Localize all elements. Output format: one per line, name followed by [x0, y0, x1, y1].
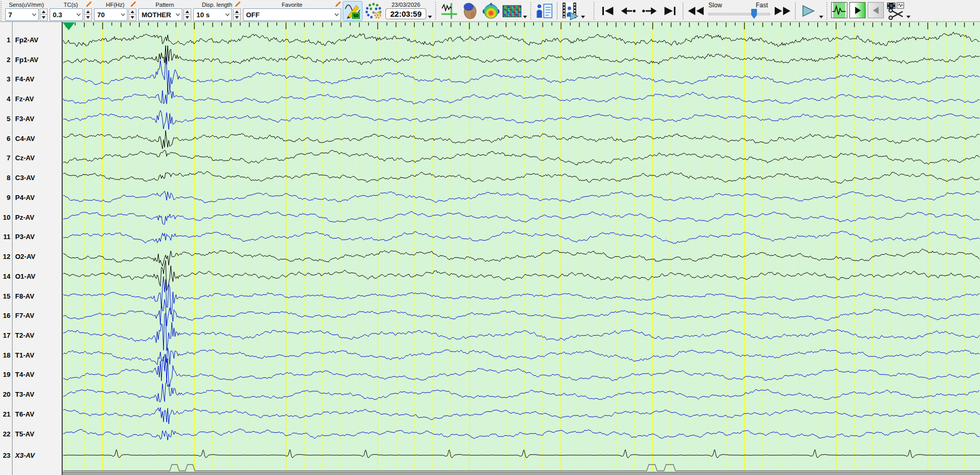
- param-spinner: [233, 8, 241, 21]
- channel-label: P4-AV: [15, 194, 34, 201]
- fast-forward-button[interactable]: [773, 1, 792, 21]
- channel-number: 22: [0, 430, 10, 438]
- notch-50hz-badge: 50: [352, 13, 360, 19]
- waveform-area[interactable]: [63, 22, 980, 475]
- channel-row-X3-AV: 23X3-AV: [0, 452, 62, 459]
- spinner-up-button[interactable]: [233, 8, 241, 15]
- channel-row-F8-AV: 15F8-AV: [0, 292, 62, 300]
- time-display[interactable]: 22:03:59: [386, 8, 426, 19]
- slider-track[interactable]: [708, 13, 770, 15]
- channel-number: 12: [0, 253, 10, 260]
- topo-map-button[interactable]: [481, 1, 501, 21]
- spinner-up-button[interactable]: [183, 8, 191, 15]
- eeg-canvas[interactable]: [63, 22, 980, 475]
- notch-filter-button[interactable]: 50: [343, 1, 363, 21]
- edit-pencil-icon[interactable]: [335, 1, 341, 8]
- patient-info-button[interactable]: [534, 1, 554, 21]
- channel-number: 19: [0, 371, 10, 378]
- channel-number: 14: [0, 272, 10, 280]
- trend-dropdown[interactable]: [523, 16, 527, 18]
- toolbar: Sens(uV/mm)7TC(s)0.3HF(Hz)70PatternMOTHE…: [0, 0, 980, 22]
- channel-label: Fp1-AV: [15, 56, 39, 64]
- edit-pencil-icon[interactable]: [235, 1, 241, 8]
- spinner-up-button[interactable]: [40, 8, 48, 15]
- edit-pencil-icon[interactable]: [86, 1, 92, 8]
- channel-number: 11: [0, 233, 10, 241]
- step-back-button[interactable]: [619, 1, 638, 21]
- channel-label: F8-AV: [15, 292, 34, 300]
- go-last-button[interactable]: [660, 1, 680, 21]
- slider-fast-label: Fast: [756, 2, 768, 9]
- spinner-down-button[interactable]: [129, 15, 136, 21]
- param-spinner: [129, 8, 136, 21]
- param-combobox[interactable]: MOTHER: [138, 8, 182, 21]
- step-forward-icon: [641, 7, 657, 15]
- head-3d-map-button[interactable]: [460, 1, 480, 21]
- spectrogram-trend-button[interactable]: [502, 1, 522, 21]
- channel-label: O2-AV: [15, 253, 36, 260]
- electrode-map-icon: [365, 2, 382, 20]
- channel-number: 2: [0, 56, 10, 64]
- chevron-down-icon: [121, 13, 125, 16]
- param-combobox[interactable]: 10 s: [193, 8, 232, 21]
- spinner-down-button[interactable]: [183, 15, 191, 21]
- go-first-button[interactable]: [598, 1, 617, 21]
- play-button[interactable]: [798, 1, 818, 21]
- channel-number: 7: [0, 154, 10, 162]
- channel-number: 8: [0, 174, 10, 182]
- spinner-up-button[interactable]: [129, 8, 136, 15]
- channel-number: 20: [0, 390, 10, 398]
- horizontal-scrollbar[interactable]: [63, 472, 980, 475]
- param-combobox[interactable]: 70: [94, 8, 127, 21]
- play-backward-button[interactable]: [868, 2, 884, 18]
- channel-label: F7-AV: [15, 312, 34, 319]
- datetime-dropdown[interactable]: [428, 16, 432, 18]
- speed-slider[interactable]: Slow Fast: [707, 1, 771, 21]
- param-spinner: [183, 8, 191, 21]
- channel-label-panel: 55bpm M 1Fp2-AV2Fp1-AV3F4-AV4Fz-AV5F3-AV…: [0, 22, 63, 475]
- channel-row-T6-AV: 21T6-AV: [0, 410, 62, 418]
- go-last-icon: [663, 6, 677, 16]
- param-group-3: PatternMOTHER: [138, 1, 191, 21]
- param-value: 7: [8, 11, 12, 19]
- filtered-wave-button[interactable]: [831, 2, 847, 18]
- channel-row-C4-AV: 6C4-AV: [0, 135, 62, 142]
- channel-row-C3-AV: 8C3-AV: [0, 174, 62, 182]
- param-combobox[interactable]: 0.3: [50, 8, 83, 21]
- montage-settings-button[interactable]: [364, 1, 383, 21]
- rewind-button[interactable]: [686, 1, 706, 21]
- video-dropdown[interactable]: [581, 16, 585, 18]
- step-forward-button[interactable]: [639, 1, 659, 21]
- clip-dropdown[interactable]: [906, 16, 911, 18]
- param-combobox[interactable]: OFF: [243, 8, 341, 21]
- param-label: Disp. length: [202, 2, 232, 8]
- param-value: 0.3: [53, 11, 62, 19]
- edit-pencil-icon[interactable]: [131, 1, 136, 8]
- step-back-icon: [621, 7, 636, 15]
- measure-cursor-button[interactable]: [439, 1, 459, 21]
- number-divider: [12, 22, 13, 475]
- param-label: Favorite: [282, 2, 302, 8]
- play-forward-button[interactable]: [849, 2, 866, 18]
- channel-number: 1: [0, 36, 10, 44]
- play-dropdown[interactable]: [819, 16, 823, 18]
- spinner-down-button[interactable]: [40, 15, 48, 21]
- clip-scissors-button[interactable]: [885, 1, 905, 21]
- param-label: Sens(uV/mm): [9, 2, 44, 8]
- topo-head-icon: [482, 2, 500, 20]
- channel-label: T3-AV: [15, 390, 34, 398]
- channel-label: F3-AV: [15, 115, 34, 123]
- channel-row-O2-AV: 12O2-AV: [0, 253, 62, 260]
- video-button[interactable]: [560, 1, 580, 21]
- chevron-down-icon: [176, 13, 180, 16]
- param-spinner: [40, 8, 48, 21]
- slider-thumb[interactable]: [751, 9, 757, 19]
- channel-label: Fp2-AV: [15, 36, 39, 44]
- channel-label: O1-AV: [15, 272, 36, 280]
- spinner-down-button[interactable]: [233, 15, 241, 21]
- param-combobox[interactable]: 7: [5, 8, 39, 21]
- spinner-up-button[interactable]: [84, 8, 92, 15]
- datetime-display: 23/03/2026 22:03:59: [386, 1, 426, 19]
- channel-row-T3-AV: 20T3-AV: [0, 390, 62, 398]
- spinner-down-button[interactable]: [84, 15, 92, 21]
